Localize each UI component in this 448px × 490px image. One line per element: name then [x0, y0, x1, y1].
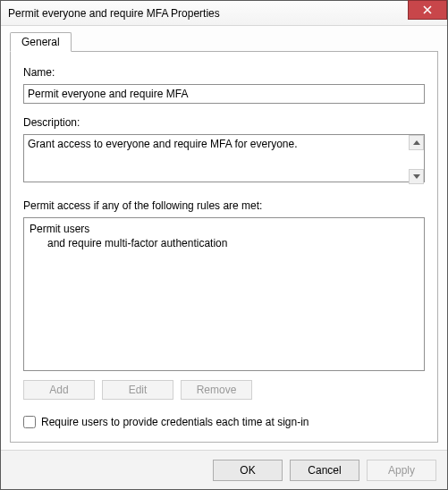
properties-dialog: Permit everyone and require MFA Properti…	[0, 0, 448, 490]
titlebar: Permit everyone and require MFA Properti…	[1, 1, 447, 26]
description-label: Description:	[23, 116, 425, 129]
name-input[interactable]	[23, 84, 425, 104]
dialog-footer: OK Cancel Apply	[1, 450, 447, 489]
tabstrip: General	[10, 31, 438, 51]
ok-button[interactable]: OK	[213, 460, 283, 481]
cancel-button[interactable]: Cancel	[290, 460, 359, 481]
require-credentials-checkbox[interactable]	[23, 416, 36, 428]
scroll-up-button[interactable]	[409, 135, 424, 150]
chevron-down-icon	[413, 174, 420, 179]
close-button[interactable]	[408, 0, 447, 20]
rules-button-row: Add Edit Remove	[23, 380, 425, 400]
tabpanel-general: Name: Description: Permit access if any …	[10, 51, 438, 443]
require-credentials-label: Require users to provide credentials eac…	[41, 416, 309, 428]
add-button[interactable]: Add	[23, 380, 95, 400]
close-icon	[423, 5, 432, 14]
name-label: Name:	[23, 66, 425, 79]
client-area: General Name: Description: Permit access…	[1, 26, 447, 450]
require-credentials-row: Require users to provide credentials eac…	[23, 416, 425, 428]
description-input[interactable]	[23, 134, 425, 182]
scroll-down-button[interactable]	[409, 169, 424, 184]
window-title: Permit everyone and require MFA Properti…	[8, 7, 220, 20]
description-scrollbar	[409, 135, 424, 184]
rules-label: Permit access if any of the following ru…	[23, 199, 425, 212]
description-wrapper	[23, 134, 425, 185]
remove-button[interactable]: Remove	[181, 380, 252, 400]
edit-button[interactable]: Edit	[102, 380, 173, 400]
tab-general[interactable]: General	[10, 32, 72, 52]
rules-listbox[interactable]: Permit users and require multi-factor au…	[23, 217, 425, 371]
apply-button[interactable]: Apply	[367, 460, 436, 481]
chevron-up-icon	[413, 140, 420, 145]
